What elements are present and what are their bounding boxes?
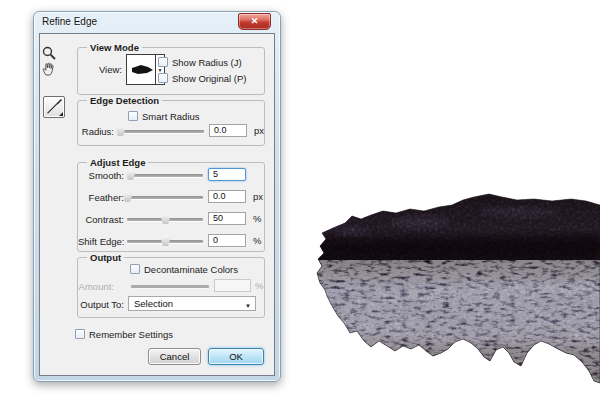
smooth-label: Smooth: <box>78 170 124 181</box>
shift-edge-unit: % <box>253 235 261 246</box>
dropdown-arrow-icon: ▼ <box>245 300 251 313</box>
adjust-edge-group: Adjust Edge Smooth: 5 Feather: 0.0 px <box>77 162 265 252</box>
smart-radius-checkbox[interactable]: Smart Radius <box>128 110 200 122</box>
feather-slider-track[interactable] <box>127 196 203 199</box>
checkbox-box <box>75 329 85 339</box>
output-to-value: Selection <box>134 298 173 309</box>
refine-radius-tool-button[interactable] <box>43 96 65 118</box>
feather-slider-row: Feather: 0.0 px <box>78 189 264 205</box>
view-preview-silhouette <box>127 55 155 84</box>
contrast-slider-thumb[interactable] <box>161 213 170 224</box>
amount-slider-row: Amount: % <box>78 278 264 294</box>
smooth-value-field[interactable]: 5 <box>208 168 246 181</box>
feather-slider-thumb[interactable] <box>123 191 132 202</box>
remember-settings-checkbox[interactable]: Remember Settings <box>75 328 173 340</box>
show-original-checkbox[interactable]: Show Original (P) <box>158 72 246 84</box>
smooth-slider-track[interactable] <box>127 174 203 177</box>
shift-edge-slider-thumb[interactable] <box>161 235 170 246</box>
smooth-slider-row: Smooth: 5 <box>78 167 264 183</box>
remember-settings-label: Remember Settings <box>89 329 173 340</box>
feather-value-field[interactable]: 0.0 <box>208 190 246 203</box>
dialog-title: Refine Edge <box>42 16 97 27</box>
close-icon[interactable]: ✕ <box>238 13 271 30</box>
feather-unit: px <box>253 191 263 202</box>
smooth-slider-thumb[interactable] <box>126 169 135 180</box>
show-radius-label: Show Radius (J) <box>172 57 242 68</box>
view-preview <box>127 55 155 84</box>
shift-edge-label: Shift Edge: <box>78 236 124 247</box>
decontaminate-colors-checkbox[interactable]: Decontaminate Colors <box>130 263 238 275</box>
output-legend: Output <box>87 252 124 263</box>
radius-unit: px <box>254 125 264 136</box>
radius-slider-thumb[interactable] <box>116 125 125 136</box>
hand-tool-icon[interactable] <box>41 61 57 77</box>
output-to-label: Output To: <box>78 299 124 310</box>
view-mode-legend: View Mode <box>87 42 142 53</box>
edge-detection-legend: Edge Detection <box>87 95 162 106</box>
contrast-slider-row: Contrast: 50 % <box>78 211 264 227</box>
checkbox-box <box>158 57 168 67</box>
radius-label: Radius: <box>78 126 114 137</box>
radius-value-field[interactable]: 0.0 <box>209 124 247 137</box>
view-label: View: <box>84 64 122 75</box>
contrast-value-field[interactable]: 50 <box>208 212 246 225</box>
edge-detection-group: Edge Detection Smart Radius Radius: 0.0 … <box>77 100 265 146</box>
contrast-unit: % <box>253 213 261 224</box>
zoom-tool-icon[interactable] <box>41 45 57 61</box>
shift-edge-value-field[interactable]: 0 <box>208 234 246 247</box>
shift-edge-slider-row: Shift Edge: 0 % <box>78 233 264 249</box>
radius-slider-row: Radius: 0.0 px <box>78 123 264 139</box>
show-radius-checkbox[interactable]: Show Radius (J) <box>158 56 242 68</box>
checkbox-box <box>158 73 168 83</box>
dialog-body: View Mode View: ▼ Show Radius (J) <box>39 33 275 376</box>
amount-label: Amount: <box>78 281 114 292</box>
document-canvas: Refine Edge ✕ View Mode View: <box>0 0 600 400</box>
amount-unit: % <box>255 280 263 291</box>
checkbox-box <box>128 111 138 121</box>
amount-slider-track <box>131 285 209 288</box>
ok-button[interactable]: OK <box>208 348 264 365</box>
show-original-label: Show Original (P) <box>172 73 246 84</box>
output-to-row: Output To: Selection ▼ <box>78 296 264 312</box>
amount-value-field <box>214 279 251 292</box>
cancel-button[interactable]: Cancel <box>148 348 201 365</box>
output-group: Output Decontaminate Colors Amount: % Ou… <box>77 257 265 318</box>
contrast-label: Contrast: <box>78 214 124 225</box>
decontaminate-colors-label: Decontaminate Colors <box>144 264 238 275</box>
brush-icon <box>44 97 64 117</box>
refine-edge-dialog: Refine Edge ✕ View Mode View: <box>33 11 281 382</box>
checkbox-box <box>130 264 140 274</box>
feather-label: Feather: <box>78 192 124 203</box>
smart-radius-label: Smart Radius <box>142 111 200 122</box>
radius-slider-track[interactable] <box>118 130 204 133</box>
output-to-dropdown[interactable]: Selection ▼ <box>128 296 256 311</box>
view-mode-group: View Mode View: ▼ Show Radius (J) <box>77 47 265 95</box>
